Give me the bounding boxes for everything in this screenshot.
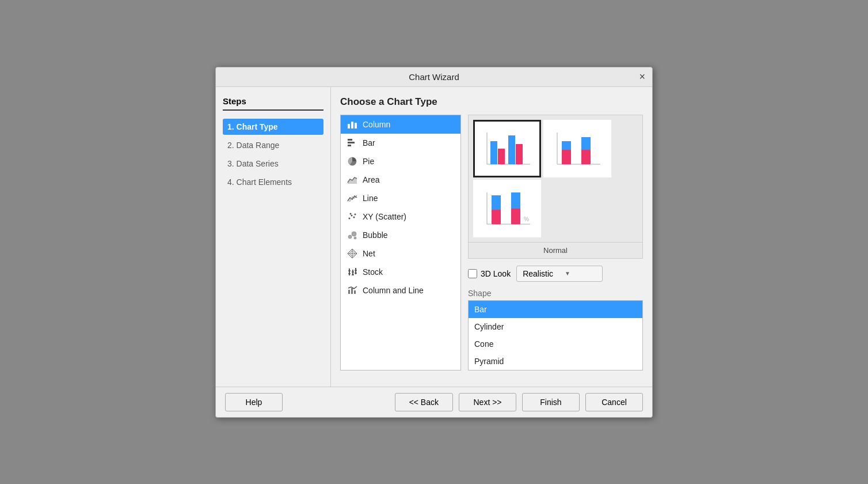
step-4-chart-elements[interactable]: 4. Chart Elements: [223, 174, 323, 190]
svg-marker-7: [348, 177, 357, 184]
svg-rect-34: [490, 141, 497, 164]
svg-rect-47: [492, 210, 501, 224]
chart-type-pie-label: Pie: [363, 157, 374, 166]
svg-point-8: [349, 217, 351, 219]
pie-icon: [347, 156, 358, 167]
svg-text:%: %: [524, 216, 529, 222]
svg-rect-42: [581, 137, 591, 150]
dialog-body: Steps 1. Chart Type 2. Data Range 3. Dat…: [216, 87, 652, 387]
three-d-look-label: 3D Look: [481, 269, 511, 278]
title-bar: Chart Wizard ×: [216, 67, 652, 87]
chart-type-net-label: Net: [363, 249, 375, 258]
column-and-line-icon: [347, 285, 358, 296]
line-icon: [347, 192, 358, 204]
svg-rect-48: [511, 192, 520, 209]
next-button[interactable]: Next >>: [459, 393, 516, 411]
shape-pyramid[interactable]: Pyramid: [469, 353, 642, 370]
chart-variant-percent[interactable]: %: [473, 180, 541, 237]
svg-rect-30: [351, 288, 353, 294]
chart-type-xy-scatter[interactable]: XY (Scatter): [341, 207, 460, 226]
chart-type-column-label: Column: [363, 120, 390, 129]
chart-type-bar-label: Bar: [363, 138, 375, 148]
step-2-data-range[interactable]: 2. Data Range: [223, 137, 323, 153]
chart-type-column[interactable]: Column: [341, 115, 460, 134]
dropdown-value: Realistic: [523, 269, 553, 278]
three-d-look-checkbox-label[interactable]: 3D Look: [468, 269, 511, 278]
svg-rect-31: [354, 290, 356, 294]
chart-type-area-label: Area: [363, 175, 380, 184]
svg-rect-35: [498, 149, 505, 164]
step-1-chart-type[interactable]: 1. Chart Type: [223, 119, 323, 135]
svg-rect-49: [511, 209, 520, 224]
options-row: 3D Look Realistic ▼: [468, 266, 643, 282]
chart-type-bar[interactable]: Bar: [341, 134, 460, 152]
svg-rect-41: [562, 150, 571, 164]
dialog-title: Chart Wizard: [409, 72, 459, 82]
svg-point-13: [348, 235, 352, 239]
svg-rect-0: [348, 124, 350, 128]
shape-label: Shape: [468, 289, 643, 298]
chart-variant-stacked[interactable]: [543, 120, 611, 177]
chart-wizard-dialog: Chart Wizard × Steps 1. Chart Type 2. Da…: [215, 67, 653, 418]
back-button[interactable]: << Back: [395, 393, 453, 411]
chart-type-column-and-line-label: Column and Line: [363, 286, 424, 295]
chart-type-bubble-label: Bubble: [363, 230, 388, 240]
svg-rect-46: [492, 195, 501, 210]
steps-panel: Steps 1. Chart Type 2. Data Range 3. Dat…: [216, 87, 331, 387]
svg-rect-5: [348, 145, 351, 146]
chart-variants-grid: %: [468, 115, 643, 243]
svg-point-14: [352, 232, 356, 236]
svg-point-11: [350, 213, 352, 214]
bubble-icon: [347, 229, 358, 241]
stock-icon: [347, 266, 358, 278]
help-button[interactable]: Help: [225, 393, 283, 411]
bottom-right-buttons: << Back Next >> Finish Cancel: [395, 393, 643, 411]
svg-rect-37: [516, 144, 523, 164]
shape-bar[interactable]: Bar: [469, 301, 642, 318]
svg-rect-36: [508, 135, 515, 164]
svg-rect-4: [348, 142, 355, 143]
svg-rect-3: [348, 139, 352, 141]
svg-rect-29: [348, 290, 350, 294]
chart-type-bubble[interactable]: Bubble: [341, 226, 460, 244]
three-d-look-checkbox[interactable]: [468, 269, 477, 278]
finish-button[interactable]: Finish: [522, 393, 580, 411]
dropdown-arrow-icon: ▼: [565, 270, 570, 277]
chart-type-list: Column Bar: [340, 115, 461, 370]
svg-rect-2: [355, 123, 357, 128]
svg-rect-43: [581, 150, 591, 164]
chart-type-stock-label: Stock: [363, 267, 383, 277]
step-3-data-series[interactable]: 3. Data Series: [223, 156, 323, 172]
realistic-dropdown[interactable]: Realistic ▼: [516, 266, 603, 282]
chart-type-stock[interactable]: Stock: [341, 263, 460, 281]
chart-type-net[interactable]: Net: [341, 244, 460, 263]
bar-icon: [347, 137, 358, 149]
variant-description: Normal: [468, 243, 643, 259]
steps-heading: Steps: [223, 96, 323, 111]
close-button[interactable]: ×: [639, 71, 645, 82]
shape-cylinder[interactable]: Cylinder: [469, 318, 642, 335]
xy-scatter-icon: [347, 211, 358, 222]
shape-list: Bar Cylinder Cone Pyramid: [468, 300, 643, 370]
chart-variants-area: % Normal 3D Look Realistic ▼: [468, 115, 643, 370]
svg-point-12: [355, 213, 356, 215]
chart-type-line-label: Line: [363, 194, 378, 203]
area-icon: [347, 174, 358, 186]
svg-point-10: [353, 216, 355, 218]
cancel-button[interactable]: Cancel: [585, 393, 643, 411]
main-panel: Choose a Chart Type Column: [331, 87, 652, 387]
section-title: Choose a Chart Type: [340, 96, 643, 108]
chart-type-area: Column Bar: [340, 115, 643, 370]
svg-point-15: [354, 237, 356, 239]
chart-type-xy-scatter-label: XY (Scatter): [363, 212, 406, 221]
chart-type-area[interactable]: Area: [341, 171, 460, 189]
chart-type-line[interactable]: Line: [341, 189, 460, 207]
chart-variant-normal[interactable]: [473, 120, 541, 177]
svg-point-9: [351, 214, 353, 216]
svg-rect-1: [351, 122, 353, 128]
chart-type-pie[interactable]: Pie: [341, 152, 460, 171]
net-icon: [347, 248, 358, 259]
shape-cone[interactable]: Cone: [469, 335, 642, 353]
column-icon: [347, 119, 358, 130]
chart-type-column-and-line[interactable]: Column and Line: [341, 281, 460, 300]
